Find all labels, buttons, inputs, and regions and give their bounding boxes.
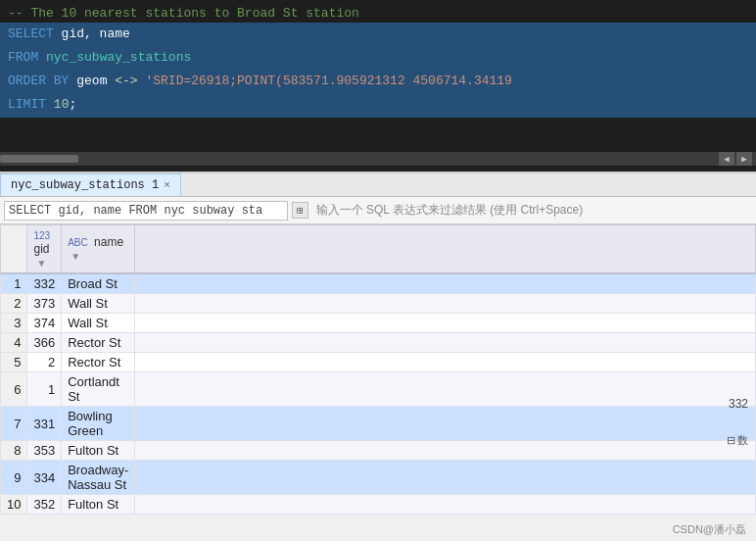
table-header-row: 123 gid ▼ ABC name ▼ xyxy=(1,225,756,274)
table-row[interactable]: 4366Rector St xyxy=(1,333,756,353)
horizontal-scrollbar[interactable]: ◀ ▶ xyxy=(0,152,756,166)
sql-line-4: LIMIT 10; xyxy=(0,93,756,117)
cell-name: Rector St xyxy=(62,353,135,372)
result-table: 123 gid ▼ ABC name ▼ 1332Broad St2373Wal… xyxy=(0,224,756,515)
name-col-label: name xyxy=(94,235,123,249)
cell-gid: 352 xyxy=(27,495,62,515)
cell-rownum: 7 xyxy=(1,407,27,441)
spacer-header xyxy=(135,225,756,274)
cell-rownum: 5 xyxy=(1,353,27,372)
cell-name: Bowling Green xyxy=(62,407,135,441)
cell-gid: 1 xyxy=(27,372,62,407)
filter-bar: SELECT gid, name FROM nyc subway sta ⊞ 输… xyxy=(0,197,756,224)
scroll-left-button[interactable]: ◀ xyxy=(719,152,734,166)
cell-name: Broad St xyxy=(62,273,135,294)
name-column-header[interactable]: ABC name ▼ xyxy=(62,225,135,274)
cell-spacer xyxy=(135,407,756,441)
gid-col-label: gid xyxy=(33,242,49,256)
cell-rownum: 9 xyxy=(1,461,27,495)
cell-spacer xyxy=(135,314,756,333)
cell-rownum: 8 xyxy=(1,441,27,461)
name-col-icon: ABC xyxy=(68,237,88,248)
name-sort-arrow[interactable]: ▼ xyxy=(71,251,80,262)
cell-rownum: 3 xyxy=(1,314,27,333)
cell-gid: 366 xyxy=(27,333,62,353)
cell-gid: 353 xyxy=(27,441,62,461)
cell-name: Cortlandt St xyxy=(62,372,135,407)
watermark: CSDN@潘小磊 xyxy=(673,522,746,537)
filter-hint-text: 输入一个 SQL 表达式来过滤结果 (使用 Ctrl+Space) xyxy=(312,202,584,219)
cell-gid: 332 xyxy=(27,273,62,294)
table-row[interactable]: 7331Bowling Green xyxy=(1,407,756,441)
sql-line-1: SELECT gid, name xyxy=(0,23,756,46)
gid-column-header[interactable]: 123 gid ▼ xyxy=(27,225,62,274)
sql-line-2: FROM nyc_subway_stations xyxy=(0,46,756,70)
gid-sort-arrow[interactable]: ▼ xyxy=(36,258,46,269)
cell-spacer xyxy=(135,372,756,407)
table-row[interactable]: 8353Fulton St xyxy=(1,441,756,461)
table-row[interactable]: 52Rector St xyxy=(1,353,756,372)
cell-name: Fulton St xyxy=(62,441,135,461)
cell-name: Wall St xyxy=(62,314,135,333)
count-value: 332 xyxy=(729,397,748,411)
cell-rownum: 1 xyxy=(1,273,27,294)
data-table-wrapper: 123 gid ▼ ABC name ▼ 1332Broad St2373Wal… xyxy=(0,224,756,515)
cell-name: Wall St xyxy=(62,294,135,314)
main-area: nyc_subway_stations 1 × SELECT gid, name… xyxy=(0,172,756,541)
table-row[interactable]: 1332Broad St xyxy=(1,273,756,294)
cell-rownum: 10 xyxy=(1,495,27,515)
sql-preview-text: SELECT gid, name FROM nyc subway sta xyxy=(4,201,288,221)
sql-line-3: ORDER BY geom <-> 'SRID=26918;POINT(5835… xyxy=(0,70,756,93)
gid-col-icon: 123 xyxy=(33,230,50,241)
cell-spacer xyxy=(135,273,756,294)
cell-name: Rector St xyxy=(62,333,135,353)
table-row[interactable]: 2373Wall St xyxy=(1,294,756,314)
cell-rownum: 2 xyxy=(1,294,27,314)
cell-gid: 334 xyxy=(27,461,62,495)
cell-gid: 373 xyxy=(27,294,62,314)
tab-close-button[interactable]: × xyxy=(164,179,170,191)
cell-gid: 331 xyxy=(27,407,62,441)
cell-spacer xyxy=(135,353,756,372)
cell-spacer xyxy=(135,441,756,461)
table-row[interactable]: 3374Wall St xyxy=(1,314,756,333)
count-label: 数 xyxy=(737,433,748,448)
cell-spacer xyxy=(135,333,756,353)
rownum-header xyxy=(1,225,27,274)
cell-gid: 2 xyxy=(27,353,62,372)
sql-comment: -- The 10 nearest stations to Broad St s… xyxy=(0,4,756,23)
count-panel: ⊟ 数 xyxy=(727,433,748,448)
table-row[interactable]: 9334Broadway-Nassau St xyxy=(1,461,756,495)
cell-spacer xyxy=(135,294,756,314)
scroll-right-button[interactable]: ▶ xyxy=(736,152,752,166)
table-row[interactable]: 10352Fulton St xyxy=(1,495,756,515)
tab-bar: nyc_subway_stations 1 × xyxy=(0,172,756,197)
tab-label: nyc_subway_stations 1 xyxy=(11,178,159,192)
filter-icon-button[interactable]: ⊞ xyxy=(292,202,308,219)
cell-name: Broadway-Nassau St xyxy=(62,461,135,495)
cell-gid: 374 xyxy=(27,314,62,333)
sql-editor[interactable]: -- The 10 nearest stations to Broad St s… xyxy=(0,0,756,172)
result-tab[interactable]: nyc_subway_stations 1 × xyxy=(0,173,181,196)
right-panel-count: 332 xyxy=(729,397,748,411)
cell-spacer xyxy=(135,461,756,495)
cell-rownum: 4 xyxy=(1,333,27,353)
table-row[interactable]: 61Cortlandt St xyxy=(1,372,756,407)
cell-name: Fulton St xyxy=(62,495,135,515)
count-icon: ⊟ xyxy=(727,434,735,447)
cell-spacer xyxy=(135,495,756,515)
cell-rownum: 6 xyxy=(1,372,27,407)
